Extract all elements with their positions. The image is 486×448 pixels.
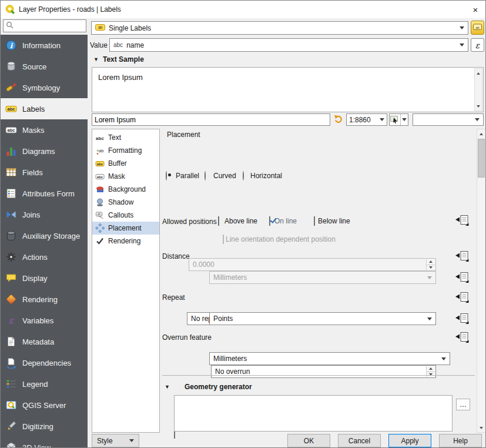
on-line-checkbox[interactable] [269,216,270,226]
tab-background[interactable]: Background [92,183,159,196]
distance-unit-combo[interactable]: Millimeters [209,271,436,284]
sidebar-item-attributes-form[interactable]: Attributes Form [1,183,88,204]
sidebar-item-labels[interactable]: abc Labels [1,98,88,119]
spinner-buttons[interactable] [426,259,435,270]
sidebar-item-actions[interactable]: Actions [1,246,88,268]
parallel-radio-label[interactable]: Parallel [176,172,199,180]
close-icon[interactable]: × [468,3,482,16]
svg-text:abc: abc [97,175,103,179]
help-button[interactable]: Help [439,434,482,447]
distance-spinbox[interactable]: 0.0000 [189,258,436,271]
data-defined-override-button[interactable] [454,214,470,227]
sidebar-item-legend[interactable]: Legend [1,373,88,394]
collapse-triangle-icon[interactable]: ▼ [93,56,99,62]
curved-radio[interactable] [205,171,206,180]
expression-dialog-button[interactable]: … [456,399,470,410]
value-label: Value [90,41,108,49]
scroll-up-icon[interactable] [475,69,482,78]
svg-text:ab: ab [99,148,103,153]
chevron-down-icon [129,439,134,442]
tab-text[interactable]: abc Text [92,131,159,144]
diagrams-icon [5,145,17,157]
sidebar-item-metadata[interactable]: Metadata [1,331,88,352]
apply-button[interactable]: Apply [388,434,431,447]
svg-text:ab: ab [475,25,480,29]
below-line-label[interactable]: Below line [318,217,350,225]
ok-button[interactable]: OK [287,434,330,447]
preview-scale-combo[interactable]: 1:8860 [346,113,387,126]
tab-rendering[interactable]: Rendering [92,235,159,248]
geometry-generator-expression-area[interactable] [174,395,453,432]
text-sample-header[interactable]: Text Sample [103,55,144,63]
line-orientation-checkbox[interactable] [223,235,224,244]
chevron-down-icon [441,357,446,360]
data-defined-override-button[interactable] [454,271,470,284]
repeat-unit-combo[interactable]: Points [209,312,436,325]
chevron-down-icon [460,26,464,29]
chevron-down-icon [380,118,384,121]
set-scale-from-canvas-button[interactable] [389,113,408,126]
sidebar-item-fields[interactable]: Fields [1,162,88,183]
overrun-spinbox[interactable]: No overrun [211,365,436,378]
curved-radio-label[interactable]: Curved [213,172,236,180]
parallel-radio[interactable] [166,171,167,180]
sidebar-item-3d-view[interactable]: 3D View [1,437,88,448]
tab-placement[interactable]: Placement [92,222,159,235]
tab-mask[interactable]: abc Mask [92,170,159,183]
on-line-label[interactable]: On line [274,217,297,225]
sidebar-item-source[interactable]: Source [1,56,88,77]
collapse-triangle-icon[interactable]: ▼ [165,384,170,390]
sidebar-item-symbology[interactable]: Symbology [1,77,88,98]
overrun-unit-combo[interactable]: Millimeters [209,352,450,365]
rendering-icon [5,293,17,305]
search-input[interactable] [16,22,81,30]
rendering-tab-icon [95,236,105,246]
above-line-label[interactable]: Above line [224,217,257,225]
sidebar-item-digitizing[interactable]: Digitizing [1,416,88,437]
value-field-combo[interactable]: abc name [109,38,468,52]
sidebar-item-variables[interactable]: ε Variables [1,310,88,331]
data-defined-override-button[interactable] [454,331,470,344]
sidebar-item-dependencies[interactable]: Dependencies [1,352,88,373]
sidebar-item-qgis-server[interactable]: QGIS Server [1,394,88,416]
sidebar-item-auxiliary-storage[interactable]: Auxiliary Storage [1,225,88,246]
text-tab-icon: abc [95,133,105,142]
sidebar-item-rendering[interactable]: Rendering [1,289,88,310]
sample-scrollbar[interactable] [474,68,482,111]
placement-panel-scrollbar[interactable] [477,129,486,433]
buffer-tab-icon: abc [95,159,105,168]
horizontal-radio-label[interactable]: Horizontal [250,172,282,180]
horizontal-radio[interactable] [243,171,244,180]
spin-up-icon [427,366,435,372]
separator [162,375,475,376]
cancel-button[interactable]: Cancel [338,434,381,447]
tab-callouts[interactable]: ab Callouts [92,209,159,222]
data-defined-override-button[interactable] [454,291,470,304]
chevron-down-icon[interactable] [400,114,408,125]
tab-buffer[interactable]: abc Buffer [92,157,159,170]
below-line-checkbox[interactable] [314,216,315,226]
sidebar-item-masks[interactable]: abc Masks [1,119,88,141]
sidebar-item-diagrams[interactable]: Diagrams [1,141,88,162]
reset-sample-button[interactable] [332,113,344,126]
label-mode-combo[interactable]: ab Single Labels [91,21,468,35]
scrollbar-thumb[interactable] [478,139,485,178]
above-line-checkbox[interactable] [218,216,219,226]
sample-text-input[interactable] [95,116,327,124]
sidebar-item-information[interactable]: i Information [1,35,88,56]
tab-shadow[interactable]: Shadow [92,196,159,209]
automated-placement-settings-button[interactable]: ab [471,21,484,35]
geometry-generator-label[interactable]: Geometry generator [185,383,252,391]
sidebar-item-joins[interactable]: Joins [1,204,88,225]
expression-builder-button[interactable]: ε [471,38,484,52]
search-box[interactable] [3,19,86,32]
scroll-down-icon[interactable] [477,423,485,432]
preview-background-combo[interactable] [413,113,484,126]
style-button[interactable]: Style [92,434,139,447]
scroll-down-icon[interactable] [475,102,482,111]
data-defined-override-button[interactable] [454,250,470,263]
tab-formatting[interactable]: +ab Formatting [92,144,159,157]
data-defined-override-button[interactable] [454,312,470,325]
sidebar-item-display[interactable]: Display [1,268,88,289]
scroll-up-icon[interactable] [477,129,485,138]
